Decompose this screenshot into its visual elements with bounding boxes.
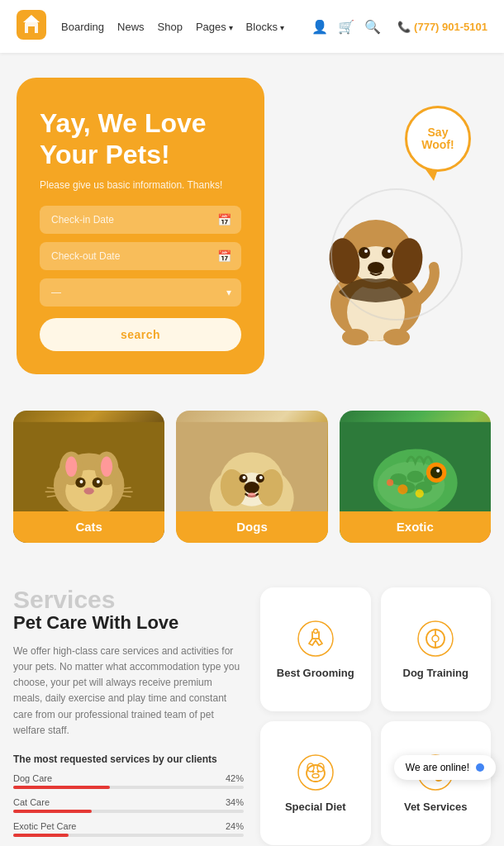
nav-boarding[interactable]: Boarding (61, 21, 104, 33)
services-title-black: Pet Care With Love (13, 612, 244, 634)
svg-point-43 (245, 482, 259, 493)
svg-point-71 (311, 771, 314, 773)
hero-subtitle: Please give us basic information. Thanks… (40, 179, 241, 191)
service-card-diet[interactable]: Special Diet (260, 721, 371, 845)
svg-point-42 (259, 476, 263, 479)
nav-blocks[interactable]: Blocks (246, 21, 284, 33)
service-card-training[interactable]: Dog Training (381, 587, 492, 711)
hero-title: Yay, We Love Your Pets! (40, 107, 241, 171)
progress-cat-care: Cat Care 34% (13, 797, 244, 813)
training-name: Dog Training (403, 667, 468, 679)
service-card-grooming[interactable]: Best Grooming (260, 587, 371, 711)
category-cats[interactable]: Cats (13, 411, 164, 543)
svg-point-58 (387, 479, 393, 486)
dog-label-wrap: Dogs (176, 511, 327, 543)
cat-label-wrap: Cats (13, 511, 164, 543)
most-requested-label: The most requested services by our clien… (13, 753, 244, 765)
dog-label: Dogs (236, 520, 268, 534)
cat-care-bar-bg (13, 810, 244, 813)
svg-point-62 (418, 621, 453, 656)
chat-bubble[interactable]: We are online! (394, 755, 496, 780)
navigation: Boarding News Shop Pages Blocks 👤 🛒 🔍 📞 … (0, 0, 504, 53)
hero-dog-section: SayWoof! (264, 97, 487, 354)
progress-dog-care: Dog Care 42% (13, 773, 244, 789)
svg-rect-1 (28, 26, 35, 33)
hero-card: Yay, We Love Your Pets! Please give us b… (17, 78, 264, 374)
svg-point-13 (342, 329, 368, 345)
svg-point-49 (407, 471, 423, 482)
cat-care-pct: 34% (226, 797, 244, 807)
nav-icons: 👤 🛒 🔍 📞 (777) 901-5101 (311, 19, 487, 35)
svg-point-55 (436, 469, 440, 473)
decorative-circle (330, 188, 463, 321)
cart-icon[interactable]: 🛒 (338, 19, 354, 35)
exotic-care-label: Exotic Pet Care (13, 821, 76, 831)
chat-dot-icon (476, 763, 484, 772)
grooming-icon (296, 619, 335, 658)
cat-care-bar-fill (13, 810, 92, 813)
exotic-label-wrap: Exotic (340, 511, 491, 543)
progress-exotic-care: Exotic Pet Care 24% (13, 821, 244, 837)
svg-point-60 (313, 630, 317, 634)
pet-type-wrap: — Cat Dog Exotic ▾ (40, 278, 241, 307)
exotic-care-bar-fill (13, 834, 69, 837)
services-section: Services Pet Care With Love We offer hig… (0, 563, 504, 846)
svg-point-56 (397, 484, 407, 494)
service-card-vet[interactable]: Vet Services (381, 721, 492, 845)
nav-news[interactable]: News (117, 21, 145, 33)
checkout-input[interactable] (40, 242, 241, 270)
exotic-care-bar-bg (13, 834, 244, 837)
svg-point-24 (79, 480, 83, 483)
svg-point-57 (415, 489, 423, 497)
phone-link[interactable]: 📞 (777) 901-5101 (397, 21, 487, 33)
diet-name: Special Diet (285, 801, 346, 813)
search-icon[interactable]: 🔍 (364, 19, 381, 35)
category-dogs[interactable]: Dogs (176, 411, 327, 543)
grooming-name: Best Grooming (277, 667, 354, 679)
nav-links: Boarding News Shop Pages Blocks (61, 21, 297, 33)
search-button[interactable]: search (40, 318, 241, 351)
nav-pages[interactable]: Pages (196, 21, 233, 33)
calendar-icon-2: 📅 (217, 250, 231, 263)
training-icon (416, 619, 455, 658)
svg-point-25 (97, 480, 100, 483)
vet-name: Vet Services (404, 801, 468, 813)
svg-point-41 (243, 476, 246, 479)
services-info: Services Pet Care With Love We offer hig… (13, 587, 244, 845)
dog-care-bar-fill (13, 786, 110, 789)
checkin-field-wrap: 📅 (40, 206, 241, 234)
logo-icon (17, 10, 46, 40)
exotic-label: Exotic (397, 520, 434, 534)
chat-text: We are online! (406, 762, 469, 773)
services-cards-grid: Best Grooming Dog Training (260, 587, 491, 845)
svg-point-67 (298, 755, 333, 790)
nav-shop[interactable]: Shop (158, 21, 183, 33)
services-title-gray: Services (13, 587, 244, 612)
dog-care-label: Dog Care (13, 773, 52, 783)
cat-label: Cats (75, 520, 102, 534)
svg-point-72 (316, 771, 319, 773)
exotic-care-pct: 24% (226, 821, 244, 831)
calendar-icon: 📅 (217, 213, 231, 226)
svg-point-21 (101, 456, 112, 476)
svg-point-20 (65, 456, 77, 476)
categories-section: Cats Dogs (0, 391, 504, 563)
category-exotic[interactable]: Exotic (340, 411, 491, 543)
svg-point-26 (84, 487, 94, 494)
hero-section: Yay, We Love Your Pets! Please give us b… (0, 53, 504, 391)
checkin-input[interactable] (40, 206, 241, 234)
logo[interactable] (17, 10, 46, 43)
cat-care-label: Cat Care (13, 797, 50, 807)
svg-point-54 (430, 467, 442, 478)
svg-point-44 (248, 492, 256, 497)
diet-icon (296, 753, 335, 792)
dog-care-pct: 42% (226, 773, 244, 783)
speech-bubble: SayWoof! (405, 106, 471, 172)
services-description: We offer high-class care services and ac… (13, 644, 244, 739)
pet-type-select[interactable]: — Cat Dog Exotic (40, 278, 241, 307)
svg-point-73 (312, 774, 319, 778)
svg-point-64 (432, 635, 439, 642)
user-icon[interactable]: 👤 (311, 19, 328, 35)
svg-point-14 (383, 329, 410, 345)
checkout-field-wrap: 📅 (40, 242, 241, 270)
